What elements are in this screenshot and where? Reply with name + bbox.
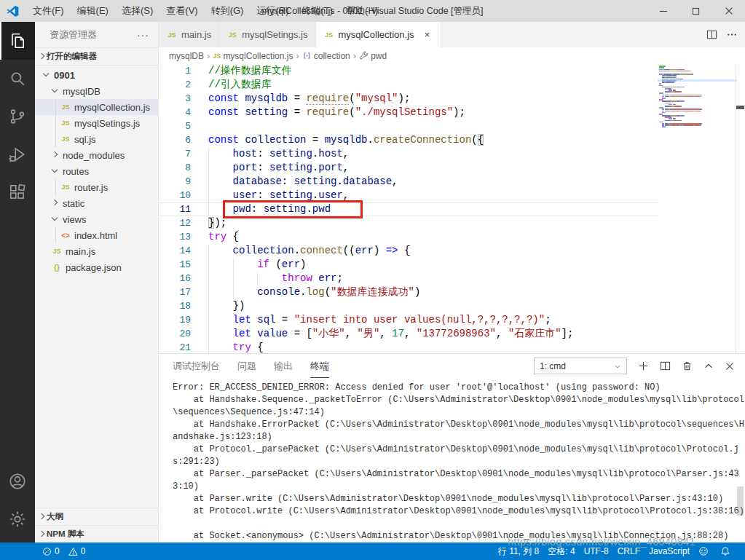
split-editor-button[interactable] (706, 29, 717, 40)
split-terminal-button[interactable] (660, 360, 671, 371)
code-line-content[interactable]: }) (191, 299, 659, 313)
code-line-content[interactable]: const collection = mysqldb.createConnect… (191, 133, 659, 147)
new-terminal-button[interactable] (638, 360, 649, 371)
line-number[interactable]: 13 (159, 230, 191, 244)
line-number[interactable]: 3 (159, 92, 191, 106)
menu-item-g[interactable]: 转到(G) (205, 0, 251, 22)
tree-item-mysqlsetings-js[interactable]: JSmysqlSetings.js (35, 115, 158, 131)
minimize-button[interactable] (647, 0, 679, 22)
tree-item-mysqldb[interactable]: mysqlDB (35, 83, 158, 99)
activitybar-source-control[interactable] (0, 98, 35, 135)
code-line-content[interactable]: database: setting.database, (191, 175, 659, 189)
line-number[interactable]: 14 (159, 244, 191, 258)
code-line-content[interactable]: let value = ["小华", "男", 17, "13772698963… (191, 327, 659, 341)
line-number[interactable]: 7 (159, 147, 191, 161)
line-number[interactable]: 6 (159, 133, 191, 147)
breadcrumb-item-mysqldb[interactable]: mysqlDB (169, 51, 204, 61)
menu-item-v[interactable]: 查看(V) (159, 0, 204, 22)
code-line-content[interactable]: collection.connect((err) => { (191, 244, 659, 258)
maximize-button[interactable] (679, 0, 712, 22)
tree-item-views[interactable]: views (35, 211, 158, 227)
activitybar-extensions[interactable] (0, 173, 35, 211)
code-line-content[interactable]: const mysqldb = require("mysql"); (191, 92, 659, 106)
line-number[interactable]: 2 (159, 78, 191, 92)
menu-item-e[interactable]: 编辑(E) (71, 0, 115, 22)
line-number[interactable]: 17 (159, 285, 191, 299)
code-line-content[interactable]: host: setting.host, (191, 147, 659, 161)
line-number[interactable]: 8 (159, 161, 191, 175)
code-line-content[interactable]: pwd: setting.pwd (191, 202, 659, 216)
tree-item-package-json[interactable]: {}package.json (35, 259, 158, 275)
notifications[interactable] (716, 543, 738, 560)
activitybar-explorer[interactable] (0, 22, 35, 60)
terminal-scrollbar[interactable] (737, 486, 744, 516)
code-line-content[interactable]: throw err; (191, 272, 659, 285)
tree-item-routes[interactable]: routes (35, 163, 158, 179)
panel-tab-终端[interactable]: 终端 (310, 355, 329, 378)
panel-tab-输出[interactable]: 输出 (274, 355, 293, 378)
menu-item-s[interactable]: 选择(S) (115, 0, 159, 22)
breadcrumb-item-collection[interactable]: collection (302, 51, 350, 61)
line-number[interactable]: 16 (159, 272, 191, 285)
code-line-content[interactable]: port: setting.port, (191, 161, 659, 175)
code-line-content[interactable]: let sql = "insert into user values(null,… (191, 313, 659, 327)
tree-item-router-js[interactable]: JSrouter.js (35, 179, 158, 195)
line-number[interactable]: 9 (159, 175, 191, 189)
code-line-content[interactable]: try { (191, 341, 659, 353)
sidebar-more-actions-icon[interactable]: ··· (137, 29, 149, 41)
activitybar-settings[interactable] (0, 500, 35, 538)
line-number[interactable]: 11 (159, 202, 191, 216)
overview-ruler[interactable] (736, 64, 745, 353)
terminal-shell-select[interactable]: 1: cmd (534, 358, 627, 374)
code-line-content[interactable]: const setting = require("./mysqlSetings"… (191, 106, 659, 119)
line-number[interactable]: 19 (159, 313, 191, 327)
line-number[interactable]: 1 (159, 64, 191, 78)
problems-errors[interactable]: 0 (38, 543, 64, 560)
tree-item-static[interactable]: static (35, 195, 158, 211)
line-number[interactable]: 12 (159, 216, 191, 230)
npm-scripts-section[interactable]: NPM 脚本 (35, 525, 158, 543)
line-number[interactable]: 21 (159, 341, 191, 353)
tree-item-sql-js[interactable]: JSsql.js (35, 131, 158, 147)
panel-tab-问题[interactable]: 问题 (237, 355, 256, 378)
line-number[interactable]: 18 (159, 299, 191, 313)
feedback[interactable] (694, 543, 716, 560)
line-number[interactable]: 5 (159, 119, 191, 133)
tab-close-icon[interactable]: × (422, 29, 433, 40)
outline-section[interactable]: 大纲 (35, 508, 158, 525)
tab-main-js[interactable]: JSmain.js (159, 22, 219, 47)
code-line-content[interactable]: //操作数据库文件 (191, 64, 659, 78)
open-editors-section[interactable]: 打开的编辑器 (35, 47, 158, 65)
tree-item-mysqlcollection-js[interactable]: JSmysqlCollection.js (35, 99, 158, 115)
panel-tab-调试控制台[interactable]: 调试控制台 (173, 355, 220, 378)
close-button[interactable] (712, 0, 745, 22)
code-line-content[interactable]: //引入数据库 (191, 78, 659, 92)
line-number[interactable]: 4 (159, 106, 191, 119)
line-number[interactable]: 15 (159, 258, 191, 272)
maximize-panel-button[interactable] (703, 361, 714, 371)
editor-more-actions[interactable] (726, 29, 738, 40)
line-number[interactable]: 10 (159, 189, 191, 202)
close-panel-button[interactable] (725, 361, 735, 371)
tab-mysqlcollection-js[interactable]: JSmysqlCollection.js× (316, 22, 441, 47)
minimap[interactable] (659, 66, 736, 353)
tree-item-node_modules[interactable]: node_modules (35, 147, 158, 163)
activitybar-run-and-debug[interactable] (0, 135, 35, 173)
terminal-output[interactable]: Error: ER_ACCESS_DENIED_ERROR: Access de… (159, 378, 745, 543)
code-line-content[interactable]: if (err) (191, 258, 659, 272)
tree-item-index-html[interactable]: <>index.html (35, 227, 158, 243)
code-line-content[interactable]: console.log("数据库连接成功") (191, 285, 659, 299)
menu-item-f[interactable]: 文件(F) (26, 0, 71, 22)
line-number[interactable]: 20 (159, 327, 191, 341)
code-line-content[interactable] (191, 119, 659, 133)
code-line-content[interactable]: try { (191, 230, 659, 244)
breadcrumb-item-mysqlcollection-js[interactable]: JSmysqlCollection.js (213, 51, 293, 61)
tree-item-main-js[interactable]: JSmain.js (35, 243, 158, 259)
activitybar-account[interactable] (0, 462, 35, 500)
tree-item-0901[interactable]: 0901 (35, 67, 158, 83)
activitybar-search[interactable] (0, 60, 35, 98)
breadcrumb-item-pwd[interactable]: pwd (359, 51, 387, 61)
problems-warnings[interactable]: 0 (64, 543, 90, 560)
tab-mysqlsetings-js[interactable]: JSmysqlSetings.js (219, 22, 315, 47)
kill-terminal-button[interactable] (682, 360, 693, 371)
